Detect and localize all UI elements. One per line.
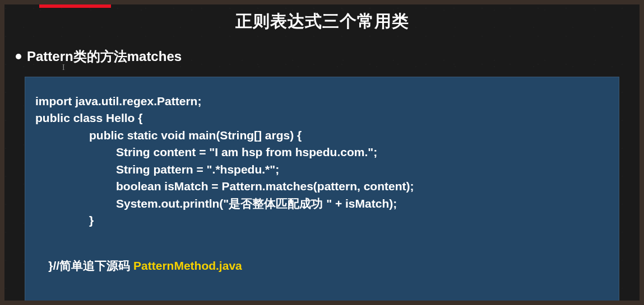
bullet-dot-icon [16, 54, 21, 59]
filename-highlight: PatternMethod.java [133, 259, 242, 272]
accent-bar [39, 4, 111, 8]
code-line: import java.util.regex.Pattern; [35, 93, 609, 110]
code-line: boolean isMatch = Pattern.matches(patter… [35, 178, 609, 195]
code-line: public class Hello { [35, 110, 609, 126]
slide-title: 正则表达式三个常用类 [4, 4, 640, 33]
code-line: } [35, 212, 609, 229]
code-line: System.out.println("是否整体匹配成功 " + isMatch… [35, 195, 609, 212]
comment-text: }//简单追下源码 [48, 259, 133, 272]
bullet-item: Pattern类的方法matches [16, 48, 640, 65]
code-line: public static void main(String[] args) { [35, 127, 609, 144]
code-line: String pattern = ".*hspedu.*"; [35, 161, 609, 178]
code-comment-line: }//简单追下源码 PatternMethod.java [35, 241, 609, 292]
bullet-section: Pattern类的方法matches [4, 33, 640, 65]
bullet-text: Pattern类的方法matches [27, 48, 182, 65]
code-line: String content = "I am hsp from hspedu.c… [35, 144, 609, 161]
text-cursor-icon: I [62, 63, 65, 72]
code-block: import java.util.regex.Pattern; public c… [25, 77, 619, 302]
